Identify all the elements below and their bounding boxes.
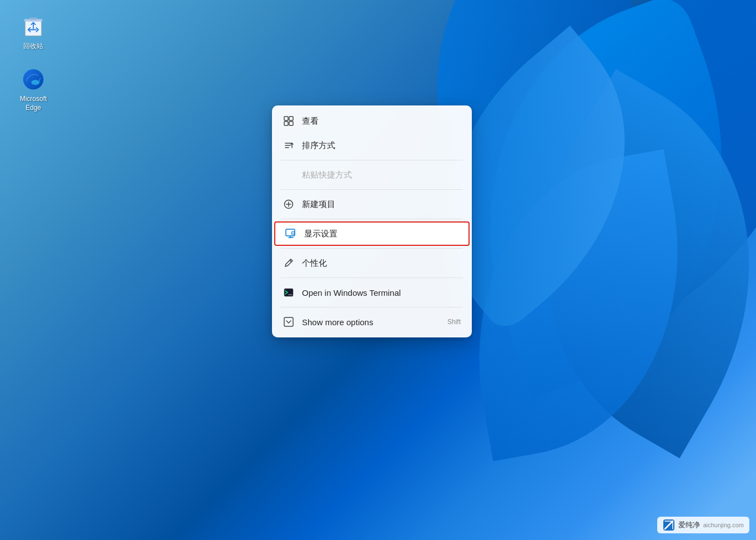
menu-paste-label: 粘贴快捷方式 (302, 170, 461, 180)
svg-rect-24 (284, 317, 293, 326)
edge-label: Microsoft Edge (13, 95, 53, 112)
menu-item-personalize[interactable]: 个性化 (272, 251, 472, 275)
menu-item-display-settings[interactable]: 显示设置 (274, 221, 470, 246)
menu-display-label: 显示设置 (304, 229, 458, 239)
display-icon (285, 228, 296, 239)
svg-point-20 (293, 233, 294, 234)
svg-rect-2 (29, 18, 38, 20)
svg-point-3 (23, 69, 44, 90)
watermark: 爱纯净 aichunjing.com (657, 517, 749, 533)
recycle-bin-label: 回收站 (23, 42, 43, 51)
menu-item-paste-shortcut: 粘贴快捷方式 (272, 163, 472, 187)
menu-divider-6 (281, 307, 463, 307)
menu-item-view[interactable]: 查看 (272, 109, 472, 133)
svg-rect-6 (289, 117, 293, 120)
menu-new-label: 新建项目 (302, 199, 461, 210)
watermark-label: 爱纯净 (678, 520, 700, 530)
desktop-icon-recycle-bin[interactable]: 回收站 (11, 11, 56, 53)
edge-icon (20, 66, 47, 93)
pencil-icon (283, 258, 294, 269)
watermark-icon (663, 519, 675, 531)
desktop-icon-edge[interactable]: Microsoft Edge (11, 64, 56, 114)
grid-icon (283, 115, 294, 127)
terminal-icon (283, 287, 294, 298)
menu-item-terminal[interactable]: Open in Windows Terminal (272, 280, 472, 305)
menu-item-sort[interactable]: 排序方式 (272, 133, 472, 158)
menu-divider-1 (281, 160, 463, 160)
menu-more-shortcut: Shift (447, 318, 461, 326)
svg-rect-5 (284, 117, 288, 120)
paste-icon (283, 169, 294, 180)
menu-terminal-label: Open in Windows Terminal (302, 288, 461, 297)
menu-item-more-options[interactable]: Show more options Shift (272, 310, 472, 334)
svg-rect-7 (284, 122, 288, 125)
svg-rect-8 (289, 122, 293, 125)
menu-more-label: Show more options (302, 317, 440, 327)
menu-divider-3 (281, 219, 463, 219)
menu-view-label: 查看 (302, 116, 461, 127)
desktop: 回收站 Microsof (0, 0, 756, 540)
menu-item-new[interactable]: 新建项目 (272, 192, 472, 216)
menu-sort-label: 排序方式 (302, 140, 461, 151)
expand-icon (283, 316, 294, 327)
watermark-url: aichunjing.com (703, 522, 744, 528)
menu-divider-2 (281, 189, 463, 190)
plus-circle-icon (283, 199, 294, 210)
svg-rect-22 (284, 289, 293, 296)
recycle-bin-icon (20, 13, 47, 40)
menu-divider-4 (281, 248, 463, 249)
menu-personalize-label: 个性化 (302, 258, 461, 269)
svg-point-4 (31, 80, 39, 85)
context-menu: 查看 排序方式 粘贴快捷方式 (272, 105, 472, 337)
svg-line-21 (290, 260, 291, 262)
sort-icon (283, 140, 294, 151)
menu-divider-5 (281, 277, 463, 278)
